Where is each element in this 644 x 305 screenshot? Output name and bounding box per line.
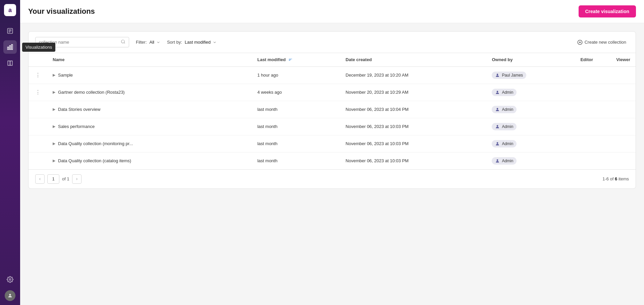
row-menu-button[interactable]: ⋮	[34, 72, 42, 78]
search-box[interactable]	[35, 37, 129, 47]
svg-point-8	[9, 294, 11, 296]
svg-point-9	[121, 40, 124, 43]
toolbar-left: Filter: All Sort by: Last modified	[35, 37, 217, 47]
sidebar-settings[interactable]	[3, 273, 17, 286]
pagination-range: 1-6 of 6 items	[602, 176, 629, 181]
owner-name: Admin	[502, 159, 513, 163]
toolbar: Filter: All Sort by: Last modified Creat…	[29, 32, 636, 53]
row-expand-arrow[interactable]: ▶	[53, 90, 55, 94]
col-name-header: Name	[47, 53, 252, 67]
col-modified-header[interactable]: Last modified	[252, 53, 340, 67]
row-owner-cell: Admin	[486, 84, 575, 101]
sort-button[interactable]: Sort by: Last modified	[167, 40, 217, 45]
row-owner-cell: Admin	[486, 118, 575, 135]
col-actions-header	[29, 53, 47, 67]
sidebar-item-books[interactable]	[3, 56, 17, 70]
row-expand-arrow[interactable]: ▶	[53, 141, 55, 146]
row-modified-cell: 4 weeks ago	[252, 84, 340, 101]
row-created-cell: November 20, 2023 at 10:29 AM	[340, 84, 486, 101]
row-menu-button[interactable]: ⋮	[34, 89, 42, 95]
main-content: Your visualizations Create visualization…	[20, 0, 644, 305]
row-actions-cell	[29, 101, 47, 118]
pagination-prev-button[interactable]	[35, 174, 45, 184]
user-avatar[interactable]	[5, 290, 15, 301]
page-title: Your visualizations	[28, 7, 95, 16]
row-name-cell: ▶ Data Stories overview	[47, 101, 252, 118]
content-area: Filter: All Sort by: Last modified Creat…	[20, 23, 644, 305]
svg-rect-5	[9, 46, 10, 50]
svg-point-17	[497, 74, 498, 75]
owner-name: Admin	[502, 107, 513, 112]
owner-badge: Admin	[492, 106, 517, 113]
svg-line-10	[124, 43, 125, 44]
table-row: ▶ Data Quality collection (monitoring pr…	[29, 135, 636, 152]
owner-badge: Admin	[492, 123, 517, 130]
svg-rect-6	[11, 45, 12, 50]
row-viewer-cell	[611, 67, 636, 84]
search-input[interactable]	[39, 40, 118, 45]
row-created-cell: November 06, 2023 at 10:04 PM	[340, 101, 486, 118]
row-editor-cell	[575, 135, 611, 152]
filter-label: Filter:	[136, 40, 147, 45]
table-row: ⋮ ▶ Gartner demo collection (Rosta23) 4 …	[29, 84, 636, 101]
svg-point-21	[497, 142, 498, 144]
pagination-current-page[interactable]	[47, 174, 59, 184]
row-modified-cell: 1 hour ago	[252, 67, 340, 84]
owner-badge: Admin	[492, 157, 517, 165]
row-actions-cell	[29, 135, 47, 152]
table-row: ⋮ ▶ Sample 1 hour agoDecember 19, 2023 a…	[29, 67, 636, 84]
pagination: of 1 1-6 of 6 items	[29, 169, 636, 188]
row-actions-cell: ⋮	[29, 84, 47, 101]
row-expand-arrow[interactable]: ▶	[53, 73, 55, 77]
row-name-cell: ▶ Sales performance	[47, 118, 252, 135]
row-viewer-cell	[611, 135, 636, 152]
svg-point-18	[497, 91, 498, 92]
sidebar-item-reports[interactable]	[3, 24, 17, 38]
owner-name: Admin	[502, 124, 513, 129]
row-owner-cell: Admin	[486, 101, 575, 118]
pagination-next-button[interactable]	[72, 174, 82, 184]
row-name: Data Stories overview	[58, 107, 100, 112]
app-logo[interactable]: a	[4, 4, 16, 16]
sidebar-bottom	[3, 273, 17, 301]
filter-value: All	[150, 40, 154, 45]
row-modified-cell: last month	[252, 135, 340, 152]
table-row: ▶ Sales performance last monthNovember 0…	[29, 118, 636, 135]
visualizations-card: Filter: All Sort by: Last modified Creat…	[28, 31, 636, 189]
col-editor-header: Editor	[575, 53, 611, 67]
owner-name: Paul James	[502, 73, 523, 78]
row-name-cell: ▶ Sample	[47, 67, 252, 84]
row-expand-arrow[interactable]: ▶	[53, 124, 55, 129]
row-viewer-cell	[611, 152, 636, 169]
row-editor-cell	[575, 101, 611, 118]
row-actions-cell	[29, 152, 47, 169]
row-actions-cell: ⋮	[29, 67, 47, 84]
pagination-of-label: of 1	[62, 176, 69, 181]
sidebar-item-visualizations[interactable]: Visualizations	[3, 40, 17, 54]
row-editor-cell	[575, 118, 611, 135]
row-actions-cell	[29, 118, 47, 135]
row-editor-cell	[575, 67, 611, 84]
col-created-header: Date created	[340, 53, 486, 67]
row-viewer-cell	[611, 101, 636, 118]
col-owned-header: Owned by	[486, 53, 575, 67]
owner-badge: Admin	[492, 89, 517, 96]
sidebar: a Visualizations	[0, 0, 20, 305]
sort-label: Sort by:	[167, 40, 182, 45]
create-collection-button[interactable]: Create new collection	[575, 38, 629, 47]
row-created-cell: November 06, 2023 at 10:03 PM	[340, 118, 486, 135]
table-header-row: Name Last modified Date created Owned by	[29, 53, 636, 67]
row-expand-arrow[interactable]: ▶	[53, 159, 55, 163]
row-modified-cell: last month	[252, 118, 340, 135]
row-expand-arrow[interactable]: ▶	[53, 107, 55, 112]
filter-button[interactable]: Filter: All	[135, 38, 162, 47]
create-visualization-button[interactable]: Create visualization	[579, 5, 636, 17]
row-modified-cell: last month	[252, 101, 340, 118]
row-name: Data Quality collection (catalog items)	[58, 158, 131, 163]
svg-point-22	[497, 159, 498, 161]
owner-badge: Paul James	[492, 72, 526, 79]
row-owner-cell: Admin	[486, 152, 575, 169]
col-viewer-header: Viewer	[611, 53, 636, 67]
table-row: ▶ Data Quality collection (catalog items…	[29, 152, 636, 169]
row-name: Sample	[58, 73, 73, 78]
